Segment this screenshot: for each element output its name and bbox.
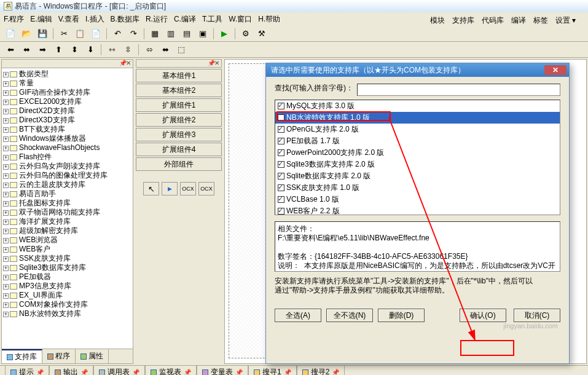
checkbox[interactable]	[278, 149, 284, 156]
redo-icon[interactable]: ↷	[127, 27, 140, 41]
checkbox[interactable]	[278, 161, 284, 168]
rm-module[interactable]: 模块	[430, 15, 445, 26]
list-item[interactable]: PowerPoint2000支持库 2.0 版	[275, 147, 560, 159]
ok-button[interactable]: 确认(O)	[460, 309, 506, 322]
expand-icon[interactable]: +	[3, 256, 9, 262]
panel-pin-icon[interactable]: 📌	[208, 60, 214, 67]
btab-search2[interactable]: 搜寻2📌	[297, 365, 345, 375]
tree-item[interactable]: +云外归鸟的图像处理支持库	[3, 171, 131, 180]
checkbox[interactable]	[278, 196, 284, 203]
tab-program[interactable]: 程序	[42, 349, 76, 363]
expand-icon[interactable]: +	[3, 302, 9, 308]
tab-support-lib[interactable]: 支持库	[2, 349, 42, 363]
menu-tools[interactable]: T.工具	[202, 14, 222, 25]
same-h-icon[interactable]: ⬌	[159, 43, 172, 57]
expand-icon[interactable]: +	[3, 219, 9, 225]
expand-icon[interactable]: +	[3, 183, 9, 188]
checkbox[interactable]	[278, 208, 284, 215]
btab-call[interactable]: 调用表📌	[93, 365, 145, 375]
expand-icon[interactable]: +	[3, 146, 9, 151]
close-icon[interactable]: ✕	[544, 65, 566, 75]
checkbox[interactable]	[278, 103, 284, 109]
paste-icon[interactable]: 📄	[89, 27, 103, 41]
list-item[interactable]: MySQL支持库 3.0 版	[275, 100, 560, 112]
tree-item[interactable]: +BT下载支持库	[3, 125, 131, 134]
tree-item[interactable]: +WEB浏览器	[3, 235, 131, 245]
tree-item[interactable]: +DirectX2D支持库	[3, 106, 131, 116]
rm-support[interactable]: 支持库	[452, 15, 474, 26]
tree-item[interactable]: +易语言助手	[3, 189, 131, 199]
expand-icon[interactable]: +	[3, 192, 9, 197]
pin-icon[interactable]: 📌	[184, 369, 191, 375]
layout-icon[interactable]: ▦	[148, 27, 162, 41]
select-all-button[interactable]: 全选(A)	[275, 309, 321, 322]
expand-icon[interactable]: +	[3, 247, 9, 253]
tree-item[interactable]: +Sqlite3数据库支持库	[3, 263, 131, 272]
btab-var[interactable]: 变量表📌	[197, 365, 248, 375]
menu-insert[interactable]: I.插入	[85, 14, 104, 25]
select-none-button[interactable]: 全不选(N)	[326, 309, 373, 322]
tree-item[interactable]: +Flash控件	[3, 152, 131, 162]
copy-icon[interactable]: 📋	[73, 27, 87, 41]
align-left-icon[interactable]: ⬅	[4, 43, 17, 57]
pin-icon[interactable]: 📌	[36, 369, 44, 375]
delete-button[interactable]: 删除(D)	[378, 309, 425, 322]
tree-item[interactable]: +数据类型	[3, 69, 131, 79]
support-lib-tree[interactable]: +数据类型+常量+GIF动画全操作支持库+EXCEL2000支持库+Direct…	[2, 68, 133, 349]
expand-icon[interactable]: +	[3, 275, 9, 280]
list-item[interactable]: OPenGL支持库 2.0 版	[275, 124, 560, 135]
expand-icon[interactable]: +	[3, 201, 9, 207]
btab-search1[interactable]: 搜寻1📌	[248, 365, 297, 375]
tree-item[interactable]: +超级加解密支持库	[3, 226, 131, 235]
checkbox[interactable]	[278, 184, 284, 191]
comp-external[interactable]: 外部组件	[136, 157, 222, 171]
pin-icon[interactable]: 📌	[235, 369, 243, 375]
expand-icon[interactable]: +	[3, 293, 9, 299]
tab-properties[interactable]: 属性	[76, 349, 109, 363]
checkbox[interactable]	[278, 126, 284, 133]
menu-compile[interactable]: C.编译	[174, 14, 196, 25]
panel-pin-icon[interactable]: 📌	[119, 60, 125, 68]
pointer-icon[interactable]: ↖	[143, 182, 159, 195]
list-item[interactable]: Sqlite3数据库支持库 2.0 版	[275, 159, 560, 170]
btab-watch[interactable]: 监视表📌	[145, 365, 197, 375]
run-icon[interactable]: ▶	[218, 27, 231, 41]
search-input[interactable]	[357, 84, 560, 96]
play-icon[interactable]: ▶	[162, 182, 178, 195]
expand-icon[interactable]: +	[3, 72, 9, 77]
list-item[interactable]: SSK皮肤支持库 1.0 版	[275, 182, 560, 194]
open-icon[interactable]: 📂	[20, 27, 33, 41]
rm-tag[interactable]: 标签	[533, 15, 548, 26]
new-icon[interactable]: 📄	[4, 27, 17, 41]
tree-item[interactable]: +EXCEL2000支持库	[3, 97, 131, 106]
checkbox[interactable]	[278, 173, 284, 180]
expand-icon[interactable]: +	[3, 118, 9, 124]
tree-item[interactable]: +COM对象操作支持库	[3, 300, 131, 309]
cut-icon[interactable]: ✂	[57, 27, 71, 41]
tree-item[interactable]: +云的主题皮肤支持库	[3, 180, 131, 189]
list-item[interactable]: Sqlite数据库支持库 2.0 版	[275, 170, 560, 182]
align-top-icon[interactable]: ⬆	[52, 43, 65, 57]
panel-close-icon[interactable]: ✕	[214, 60, 220, 67]
dist-h-icon[interactable]: ⇿	[105, 43, 119, 57]
tree-item[interactable]: +MP3信息支持库	[3, 282, 131, 291]
tree-item[interactable]: +DirectX3D支持库	[3, 116, 131, 125]
expand-icon[interactable]: +	[3, 155, 9, 160]
expand-icon[interactable]: +	[3, 229, 9, 234]
expand-icon[interactable]: +	[3, 266, 9, 271]
expand-icon[interactable]: +	[3, 100, 9, 105]
align-right-icon[interactable]: ➡	[36, 43, 49, 57]
layout4-icon[interactable]: ▣	[196, 27, 210, 41]
menu-edit[interactable]: E.编辑	[30, 14, 52, 25]
align-bottom-icon[interactable]: ⬇	[84, 43, 97, 57]
tree-item[interactable]: +WEB客户	[3, 245, 131, 254]
tree-item[interactable]: +NB水波特效支持库	[3, 309, 131, 318]
rm-compile[interactable]: 编译	[511, 15, 526, 26]
comp-ext-3[interactable]: 扩展组件3	[136, 128, 222, 141]
expand-icon[interactable]: +	[3, 81, 9, 87]
tree-item[interactable]: +托盘图标支持库	[3, 199, 131, 208]
tree-item[interactable]: +GIF动画全操作支持库	[3, 88, 131, 97]
comp-ext-2[interactable]: 扩展组件2	[136, 113, 222, 127]
checkbox[interactable]	[278, 138, 284, 144]
panel-close-icon[interactable]: ✕	[125, 60, 131, 68]
